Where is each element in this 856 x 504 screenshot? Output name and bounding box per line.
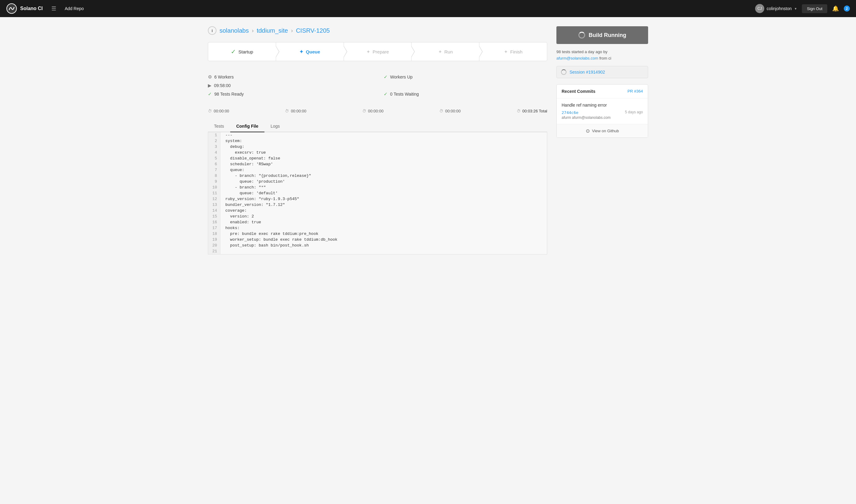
view-github-button[interactable]: ⊙ View on Github xyxy=(557,124,648,138)
stats-grid: ⚙ 6 Workers ✓ Workers Up ▶ 09:58:00 ✓ 98… xyxy=(208,68,547,103)
timers-row: ⏱ 00:00:00 ⏱ 00:00:00 ⏱ 00:00:00 ⏱ 00:00… xyxy=(208,109,547,113)
timer-queue: ⏱ 00:00:00 xyxy=(285,109,362,113)
step-inactive-icon: ✦ xyxy=(366,49,370,55)
session-button[interactable]: Session #1914902 xyxy=(556,66,648,78)
play-icon: ▶ xyxy=(208,83,212,88)
timer-run-icon: ⏱ xyxy=(439,109,443,113)
step-label: Prepare xyxy=(373,49,389,54)
line-number: 8 xyxy=(208,173,221,179)
step-active-icon: ✦ xyxy=(299,49,303,55)
step-inactive-icon: ✦ xyxy=(504,49,508,55)
sidebar-meta-from: from ci xyxy=(599,56,611,60)
timer-prepare-icon: ⏱ xyxy=(362,109,366,113)
line-number: 10 xyxy=(208,184,221,190)
sidebar-meta-text: 98 tests started a day ago by xyxy=(556,50,608,54)
step-label: Startup xyxy=(239,49,253,54)
line-number: 13 xyxy=(208,202,221,208)
line-content: - branch: "{production,release}" xyxy=(221,173,311,179)
breadcrumb-build[interactable]: CISRV-1205 xyxy=(296,27,330,34)
line-number: 6 xyxy=(208,161,221,167)
line-content: disable_openat: false xyxy=(221,156,280,161)
code-line: 4 execsrv: true xyxy=(208,150,547,156)
line-content: --- xyxy=(221,132,232,138)
step-label: Queue xyxy=(306,49,320,54)
pipeline-step-queue[interactable]: ✦Queue xyxy=(276,42,344,61)
tab-logs[interactable]: Logs xyxy=(264,121,286,132)
user-caret-icon: ▼ xyxy=(794,7,797,11)
workers-status-stat: ✓ Workers Up xyxy=(384,73,547,80)
line-content xyxy=(221,248,225,250)
line-content: scheduler: 'RSwap' xyxy=(221,161,273,167)
timer-prepare: ⏱ 00:00:00 xyxy=(362,109,439,113)
timer-run-value: 00:00:00 xyxy=(445,109,461,113)
workers-status-icon: ✓ xyxy=(384,74,388,80)
line-content: queue: 'default' xyxy=(221,190,278,196)
line-number: 4 xyxy=(208,150,221,156)
build-running-button[interactable]: Build Running xyxy=(556,26,648,44)
recent-commits-card: Recent Commits PR #364 Handle ref naming… xyxy=(556,84,648,138)
code-line: 3 debug: xyxy=(208,144,547,150)
code-line: 18 pre: bundle exec rake tddium:pre_hook xyxy=(208,231,547,237)
tab-config-file[interactable]: Config File xyxy=(230,121,264,132)
sign-out-button[interactable]: Sign Out xyxy=(802,4,827,13)
code-line: 5 disable_openat: false xyxy=(208,156,547,161)
tests-waiting-icon: ✓ xyxy=(384,91,388,97)
tests-ready-label: 98 Tests Ready xyxy=(214,92,244,96)
add-repo-link[interactable]: Add Repo xyxy=(65,6,84,11)
line-number: 9 xyxy=(208,179,221,184)
line-number: 7 xyxy=(208,167,221,173)
code-line: 14coverage: xyxy=(208,208,547,214)
commit-hash[interactable]: 2744c6e xyxy=(562,110,578,115)
pr-link[interactable]: PR #364 xyxy=(627,89,643,93)
line-number: 12 xyxy=(208,196,221,202)
line-content: post_setup: bash bin/post_hook.sh xyxy=(221,242,309,248)
tab-tests[interactable]: Tests xyxy=(208,121,230,132)
bell-icon[interactable]: 🔔 xyxy=(832,5,839,12)
info-icon[interactable]: i xyxy=(208,26,216,35)
breadcrumb-sep-2: › xyxy=(291,28,293,34)
pipeline-step-prepare[interactable]: ✦Prepare xyxy=(344,42,412,61)
build-spinner-icon xyxy=(578,32,585,38)
line-content: enabled: true xyxy=(221,219,261,225)
main-area: i solanolabs › tddium_site › CISRV-1205 … xyxy=(208,26,547,254)
code-line: 17hooks: xyxy=(208,225,547,231)
line-number: 5 xyxy=(208,156,221,161)
username-label: colinjohnston xyxy=(767,6,792,11)
brand: Solano CI xyxy=(6,3,43,14)
pipeline-step-run[interactable]: ✦Run xyxy=(412,42,479,61)
session-label: Session #1914902 xyxy=(570,70,605,74)
recent-commits-title: Recent Commits xyxy=(562,89,595,94)
pipeline-step-finish[interactable]: ✦Finish xyxy=(479,42,547,61)
step-label: Run xyxy=(444,49,453,54)
hamburger-icon[interactable]: ☰ xyxy=(49,4,59,13)
code-container[interactable]: 1---2system:3 debug:4 execsrv: true5 dis… xyxy=(208,132,547,254)
code-line: 7 queue: xyxy=(208,167,547,173)
breadcrumb-org[interactable]: solanolabs xyxy=(220,27,249,34)
code-line: 19 worker_setup: bundle exec rake tddium… xyxy=(208,237,547,242)
code-line: 20 post_setup: bash bin/post_hook.sh xyxy=(208,242,547,248)
navbar-right: CJ colinjohnston ▼ Sign Out 🔔 2 xyxy=(755,4,850,13)
sidebar-meta: 98 tests started a day ago by afurm@sola… xyxy=(556,49,648,62)
timer-startup-icon: ⏱ xyxy=(208,109,212,113)
code-line: 9 queue: 'production' xyxy=(208,179,547,184)
breadcrumb-repo[interactable]: tddium_site xyxy=(257,27,288,34)
timer-total: ⏱ 00:03:26 Total xyxy=(517,109,547,113)
commit-time: 5 days ago xyxy=(625,110,643,114)
pipeline-step-startup[interactable]: ✓Startup xyxy=(208,42,276,61)
page-content: i solanolabs › tddium_site › CISRV-1205 … xyxy=(199,17,657,254)
line-content: version: 2 xyxy=(221,214,254,219)
line-number: 16 xyxy=(208,219,221,225)
commit-message: Handle ref naming error xyxy=(562,103,643,108)
line-content: hooks: xyxy=(221,225,240,231)
sidebar-meta-email[interactable]: afurm@solanolabs.com xyxy=(556,56,598,60)
line-content: worker_setup: bundle exec rake tddium:db… xyxy=(221,237,337,242)
code-line: 2system: xyxy=(208,138,547,144)
workers-stat: ⚙ 6 Workers xyxy=(208,73,371,80)
step-inactive-icon: ✦ xyxy=(438,49,442,55)
timer-prepare-value: 00:00:00 xyxy=(368,109,384,113)
session-spinner-icon xyxy=(561,69,566,75)
user-menu[interactable]: CJ colinjohnston ▼ xyxy=(755,4,797,13)
line-number: 15 xyxy=(208,214,221,219)
tests-waiting-label: 0 Tests Waiting xyxy=(390,92,419,96)
navbar: Solano CI ☰ Add Repo CJ colinjohnston ▼ … xyxy=(0,0,856,17)
